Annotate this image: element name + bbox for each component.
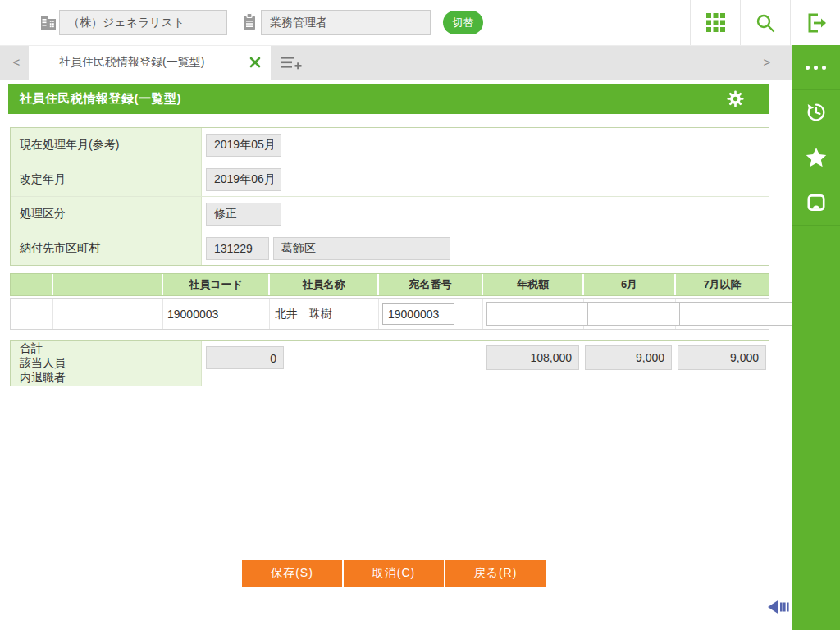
- revision-month-field: [206, 168, 281, 191]
- employee-code-cell: 19000003: [163, 299, 270, 329]
- collapse-arrow-icon[interactable]: [768, 598, 791, 616]
- new-tab-icon[interactable]: [281, 55, 302, 75]
- tab-scroll-right-icon[interactable]: >: [757, 45, 777, 80]
- field-label: 改定年月: [11, 162, 202, 196]
- retirees-label: 内退職者: [11, 371, 202, 386]
- search-icon[interactable]: [740, 0, 790, 45]
- process-type-field: [206, 203, 281, 226]
- clipboard-icon: [240, 12, 258, 32]
- form-row-current-month: 現在処理年月(参考): [11, 128, 769, 162]
- retirees-value: 0: [206, 346, 284, 369]
- back-button[interactable]: 戻る(R): [445, 560, 546, 587]
- total-june: 9,000: [585, 345, 672, 370]
- form-row-process-type: 処理区分: [11, 197, 769, 231]
- header-form: 現在処理年月(参考) 改定年月 処理区分 納付先市区町村: [10, 127, 769, 266]
- total-row: 合計 108,000 9,000 9,000: [11, 341, 769, 356]
- form-row-revision-month: 改定年月: [11, 162, 769, 197]
- header-cell-employee-name: 社員名称: [270, 274, 379, 295]
- page-title: 社員住民税情報登録(一覧型): [20, 91, 181, 107]
- employee-table: 社員コード 社員名称 宛名番号 年税額 6月 7月以降 19000003 北井 …: [10, 273, 769, 330]
- form-row-municipality: 納付先市区町村: [11, 231, 769, 265]
- more-options-icon[interactable]: [792, 45, 840, 90]
- header-cell-blank: [53, 274, 163, 295]
- row-blank-cell: [53, 299, 163, 329]
- active-tab[interactable]: 社員住民税情報登録(一覧型): [29, 45, 271, 80]
- row-select-cell[interactable]: [11, 299, 53, 329]
- save-button[interactable]: 保存(S): [242, 560, 342, 587]
- logout-icon[interactable]: [790, 0, 840, 45]
- headcount-label: 該当人員: [11, 356, 202, 371]
- switch-button[interactable]: 切替: [443, 11, 483, 34]
- company-input[interactable]: [59, 10, 227, 35]
- total-july-onward: 9,000: [678, 345, 766, 370]
- field-label: 納付先市区町村: [11, 231, 202, 265]
- table-header-row: 社員コード 社員名称 宛名番号 年税額 6月 7月以降: [10, 273, 769, 296]
- total-annual-tax: 108,000: [486, 345, 579, 370]
- header-cell-employee-code: 社員コード: [163, 274, 270, 295]
- field-label: 処理区分: [11, 197, 202, 231]
- current-month-field: [206, 134, 281, 157]
- apps-grid-icon[interactable]: [690, 0, 740, 45]
- retirees-row: 内退職者 0: [11, 371, 769, 386]
- close-tab-icon[interactable]: [249, 57, 261, 68]
- municipality-name-field: [273, 237, 450, 260]
- employee-name-cell: 北井 珠樹: [270, 299, 379, 329]
- tab-label: 社員住民税情報登録(一覧型): [59, 55, 204, 70]
- field-label: 現在処理年月(参考): [11, 128, 202, 162]
- role-input[interactable]: [261, 10, 431, 35]
- right-sidebar: [792, 45, 840, 630]
- table-row: 19000003 北井 珠樹: [10, 298, 769, 330]
- history-icon[interactable]: [792, 90, 840, 135]
- recipient-number-input[interactable]: [382, 303, 454, 325]
- header-cell-blank: [11, 274, 53, 295]
- header-cell-recipient-number: 宛名番号: [379, 274, 483, 295]
- municipality-code-field: [206, 237, 269, 260]
- tray-icon[interactable]: [792, 180, 840, 226]
- topbar: 切替: [0, 0, 840, 46]
- header-cell-annual-tax: 年税額: [483, 274, 584, 295]
- total-label: 合計: [11, 341, 202, 356]
- building-icon: [38, 12, 59, 34]
- tabbar: < 社員住民税情報登録(一覧型) >: [0, 45, 792, 80]
- favorites-star-icon[interactable]: [792, 135, 840, 180]
- page-title-bar: 社員住民税情報登録(一覧型): [8, 84, 769, 114]
- gear-icon[interactable]: [726, 89, 745, 108]
- header-cell-july-onward: 7月以降: [676, 274, 769, 295]
- cancel-button[interactable]: 取消(C): [344, 560, 444, 587]
- header-cell-june: 6月: [584, 274, 676, 295]
- totals-panel: 合計 108,000 9,000 9,000 該当人員 1 内退職者 0: [10, 340, 769, 386]
- tab-scroll-left-icon[interactable]: <: [7, 45, 26, 80]
